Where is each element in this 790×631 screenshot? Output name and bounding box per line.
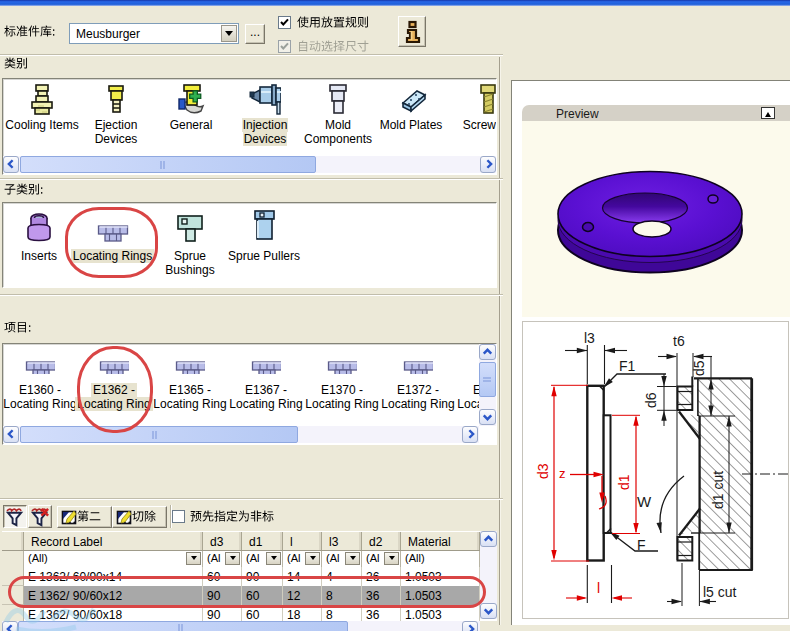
svg-text:d3: d3	[535, 463, 551, 479]
svg-text:d1 cut: d1 cut	[710, 471, 726, 509]
svg-text:l5 cut: l5 cut	[703, 584, 737, 600]
svg-text:F1: F1	[619, 358, 636, 374]
svg-text:d5: d5	[691, 360, 707, 376]
svg-text:l3: l3	[584, 330, 595, 346]
svg-text:F: F	[637, 537, 646, 553]
svg-text:z: z	[559, 466, 566, 481]
svg-text:d6: d6	[643, 392, 659, 408]
svg-text:l: l	[597, 580, 600, 596]
svg-text:t6: t6	[673, 333, 685, 349]
svg-text:d1: d1	[616, 474, 632, 490]
svg-text:W: W	[637, 493, 652, 510]
